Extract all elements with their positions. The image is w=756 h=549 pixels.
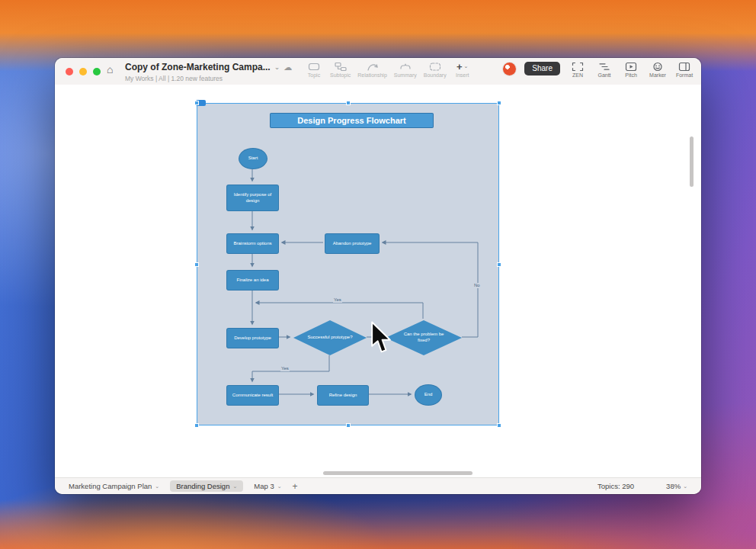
breadcrumb: My Works | All | 1.20 new features: [125, 75, 292, 82]
cloud-sync-icon: ☁: [284, 63, 292, 72]
gantt-icon: [598, 61, 610, 72]
flowchart-node-refine[interactable]: Refine design: [317, 385, 369, 406]
flowchart-node-identify[interactable]: Identify purpose of design: [226, 185, 279, 211]
topic-button[interactable]: Topic: [305, 61, 323, 78]
tool-label: Relationship: [357, 72, 387, 78]
pitch-play-icon: [625, 61, 637, 72]
topics-count: Topics: 290: [597, 482, 634, 490]
toolbar-center: Topic Subtopic Relationship: [305, 61, 472, 78]
selection-handle-mid-left[interactable]: [194, 262, 199, 267]
tool-label: Insert: [456, 72, 469, 78]
document-title[interactable]: Copy of Zone-Marketing Campa...: [125, 62, 271, 72]
flowchart-node-brainstorm[interactable]: Brainstorm options: [226, 233, 279, 254]
chevron-down-icon: ⌄: [277, 483, 282, 490]
fullscreen-button[interactable]: [93, 68, 101, 75]
tool-label: Subtopic: [330, 72, 351, 78]
flowchart-node-communicate[interactable]: Communicate result: [226, 385, 279, 406]
tool-label: Topic: [308, 72, 320, 78]
flowchart-node-end[interactable]: End: [415, 384, 442, 406]
relationship-icon: [367, 61, 379, 72]
sheet-tab-label: Map 3: [254, 482, 274, 490]
format-panel-icon: [678, 61, 690, 72]
sheet-tab-label: Marketing Campaign Plan: [69, 482, 152, 490]
flowchart-node-canfix[interactable]: Can the problem be fixed?: [386, 320, 462, 355]
subtopic-icon: [335, 61, 347, 72]
share-button[interactable]: Share: [524, 62, 560, 75]
selection-handle-top-right[interactable]: [497, 101, 501, 105]
zen-mode-icon: [572, 61, 584, 72]
tool-label: Gantt: [597, 72, 610, 78]
minimize-button[interactable]: [79, 68, 87, 75]
selection-handle-mid-right[interactable]: [497, 262, 501, 267]
home-icon[interactable]: ⌂: [107, 64, 113, 75]
flowchart-node-start[interactable]: Start: [239, 148, 267, 169]
sheet-tab-label: Branding Design: [176, 482, 229, 490]
statusbar: Marketing Campaign Plan ⌄ Branding Desig…: [55, 477, 701, 494]
format-button[interactable]: Format: [675, 61, 694, 78]
chevron-down-icon: ⌄: [683, 483, 687, 490]
topic-icon: [308, 61, 320, 72]
flowchart-node-finalize[interactable]: Finalize an idea: [226, 270, 279, 291]
account-avatar[interactable]: [503, 63, 516, 75]
relationship-button[interactable]: Relationship: [357, 61, 387, 78]
sheet-tab-branding-design[interactable]: Branding Design ⌄: [170, 480, 243, 492]
insert-button[interactable]: +⌄ Insert: [453, 61, 472, 78]
tool-label: Summary: [394, 72, 417, 78]
titlebar: ⌂ Copy of Zone-Marketing Campa... ⌄ ☁ My…: [55, 58, 701, 85]
marker-button[interactable]: Marker: [649, 61, 667, 78]
zen-button[interactable]: ZEN: [569, 61, 587, 78]
chevron-down-icon[interactable]: ⌄: [274, 63, 280, 71]
subtopic-button[interactable]: Subtopic: [330, 61, 351, 78]
desktop: ⌂ Copy of Zone-Marketing Campa... ⌄ ☁ My…: [0, 0, 756, 549]
chevron-down-icon: ⌄: [464, 63, 469, 69]
selection-handle-bottom-mid[interactable]: [346, 423, 351, 428]
flowchart-node-successful[interactable]: Successful prototype?: [293, 320, 367, 355]
tool-label: Marker: [649, 72, 666, 78]
summary-button[interactable]: Summary: [394, 61, 417, 78]
flowchart-node-abandon[interactable]: Abandon prototype: [325, 233, 380, 254]
tool-label: Format: [676, 72, 693, 78]
add-sheet-button[interactable]: +: [293, 482, 298, 491]
selection-handle-top-mid[interactable]: [346, 101, 351, 105]
flowchart-title[interactable]: Design Progress Flowchart: [270, 113, 434, 128]
summary-icon: [399, 61, 412, 72]
pitch-button[interactable]: Pitch: [622, 61, 640, 78]
chevron-down-icon: ⌄: [232, 483, 237, 490]
tool-label: Boundary: [424, 72, 447, 78]
flowchart-node-develop[interactable]: Develop prototype: [226, 328, 279, 348]
app-window: ⌂ Copy of Zone-Marketing Campa... ⌄ ☁ My…: [55, 58, 701, 494]
zoom-level: 38%: [666, 482, 681, 490]
horizontal-scrollbar[interactable]: [323, 471, 472, 475]
marker-smiley-icon: [652, 61, 664, 72]
tool-label: ZEN: [572, 72, 583, 78]
canvas[interactable]: Design Progress Flowchart Start Identify…: [55, 85, 701, 477]
sheet-tab-marketing-campaign-plan[interactable]: Marketing Campaign Plan ⌄: [69, 482, 159, 490]
selected-sheet-region[interactable]: Design Progress Flowchart Start Identify…: [197, 103, 499, 425]
vertical-scrollbar[interactable]: [690, 136, 694, 187]
close-button[interactable]: [66, 68, 73, 75]
selection-handle-top-left[interactable]: [194, 101, 199, 105]
chevron-down-icon: ⌄: [155, 483, 159, 490]
boundary-button[interactable]: Boundary: [424, 61, 447, 78]
toolbar-right: Share ZEN Gantt Pitc: [503, 61, 694, 78]
selection-handle-bottom-left[interactable]: [194, 423, 199, 428]
traffic-lights: [66, 68, 101, 75]
tool-label: Pitch: [625, 72, 637, 78]
zoom-control[interactable]: 38% ⌄: [666, 482, 687, 490]
insert-plus-icon: +⌄: [456, 61, 468, 72]
sheet-tab-map-3[interactable]: Map 3 ⌄: [254, 482, 281, 490]
boundary-icon: [429, 61, 441, 72]
selection-handle-bottom-right[interactable]: [497, 423, 501, 428]
gantt-button[interactable]: Gantt: [595, 61, 613, 78]
document-info: Copy of Zone-Marketing Campa... ⌄ ☁ My W…: [125, 62, 292, 82]
